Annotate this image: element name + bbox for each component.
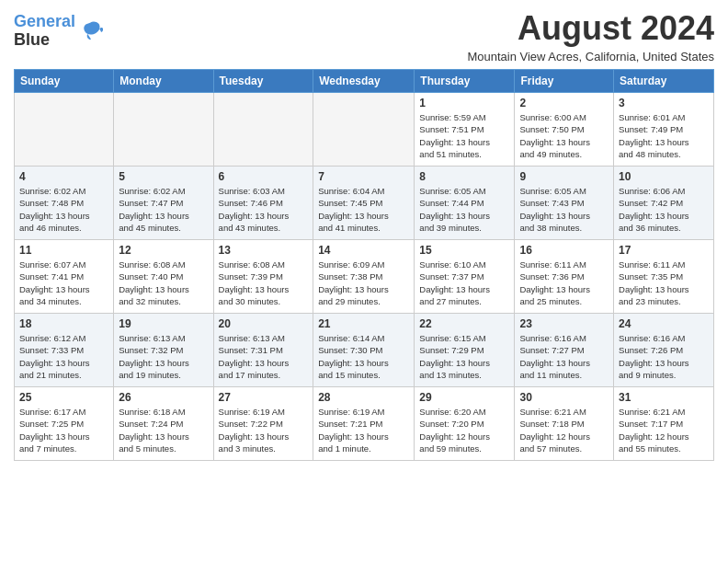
day-info: Sunrise: 6:10 AM Sunset: 7:37 PM Dayligh… <box>419 259 509 307</box>
calendar-cell: 5Sunrise: 6:02 AM Sunset: 7:47 PM Daylig… <box>114 167 213 240</box>
calendar-cell: 8Sunrise: 6:05 AM Sunset: 7:44 PM Daylig… <box>415 167 515 240</box>
calendar-cell: 25Sunrise: 6:17 AM Sunset: 7:25 PM Dayli… <box>15 387 114 461</box>
day-info: Sunrise: 6:03 AM Sunset: 7:46 PM Dayligh… <box>219 185 309 234</box>
calendar-table: SundayMondayTuesdayWednesdayThursdayFrid… <box>14 69 714 461</box>
calendar-cell: 9Sunrise: 6:05 AM Sunset: 7:43 PM Daylig… <box>515 167 614 240</box>
day-info: Sunrise: 6:11 AM Sunset: 7:36 PM Dayligh… <box>519 259 609 307</box>
calendar-cell: 21Sunrise: 6:14 AM Sunset: 7:30 PM Dayli… <box>313 314 415 387</box>
day-info: Sunrise: 6:06 AM Sunset: 7:42 PM Dayligh… <box>619 185 709 234</box>
day-info: Sunrise: 6:13 AM Sunset: 7:31 PM Dayligh… <box>219 332 309 381</box>
weekday-header-tuesday: Tuesday <box>213 70 313 93</box>
day-number: 29 <box>419 391 509 404</box>
calendar-header-row: SundayMondayTuesdayWednesdayThursdayFrid… <box>15 70 714 93</box>
day-number: 10 <box>619 170 709 183</box>
day-number: 9 <box>519 170 609 183</box>
location-subtitle: Mountain View Acres, California, United … <box>467 50 714 63</box>
day-number: 2 <box>519 97 609 109</box>
title-area: August 2024 Mountain View Acres, Califor… <box>467 9 714 63</box>
day-info: Sunrise: 6:07 AM Sunset: 7:41 PM Dayligh… <box>19 259 108 307</box>
calendar-cell: 29Sunrise: 6:20 AM Sunset: 7:20 PM Dayli… <box>415 387 515 461</box>
day-number: 20 <box>219 317 309 330</box>
calendar-cell: 3Sunrise: 6:01 AM Sunset: 7:49 PM Daylig… <box>614 93 714 167</box>
calendar-cell: 31Sunrise: 6:21 AM Sunset: 7:17 PM Dayli… <box>614 387 714 461</box>
calendar-cell: 16Sunrise: 6:11 AM Sunset: 7:36 PM Dayli… <box>515 240 614 314</box>
calendar-cell: 2Sunrise: 6:00 AM Sunset: 7:50 PM Daylig… <box>515 93 614 167</box>
calendar-cell: 22Sunrise: 6:15 AM Sunset: 7:29 PM Dayli… <box>415 314 515 387</box>
day-info: Sunrise: 6:02 AM Sunset: 7:48 PM Dayligh… <box>19 185 108 234</box>
weekday-header-monday: Monday <box>114 70 213 93</box>
day-info: Sunrise: 6:16 AM Sunset: 7:27 PM Dayligh… <box>519 332 609 381</box>
day-info: Sunrise: 6:19 AM Sunset: 7:21 PM Dayligh… <box>318 406 409 454</box>
day-number: 23 <box>519 317 609 330</box>
day-info: Sunrise: 6:20 AM Sunset: 7:20 PM Dayligh… <box>419 406 509 454</box>
weekday-header-sunday: Sunday <box>15 70 114 93</box>
day-number: 19 <box>119 317 208 330</box>
day-info: Sunrise: 6:00 AM Sunset: 7:50 PM Dayligh… <box>519 111 609 160</box>
day-info: Sunrise: 6:17 AM Sunset: 7:25 PM Dayligh… <box>19 406 108 454</box>
day-info: Sunrise: 6:01 AM Sunset: 7:49 PM Dayligh… <box>619 111 709 160</box>
weekday-header-friday: Friday <box>515 70 614 93</box>
page-header: GeneralBlue August 2024 Mountain View Ac… <box>14 9 714 63</box>
day-info: Sunrise: 6:09 AM Sunset: 7:38 PM Dayligh… <box>318 259 409 307</box>
weekday-header-thursday: Thursday <box>415 70 515 93</box>
calendar-cell: 19Sunrise: 6:13 AM Sunset: 7:32 PM Dayli… <box>114 314 213 387</box>
day-number: 18 <box>19 317 108 330</box>
calendar-week-row: 25Sunrise: 6:17 AM Sunset: 7:25 PM Dayli… <box>15 387 714 461</box>
day-number: 24 <box>619 317 709 330</box>
calendar-cell: 15Sunrise: 6:10 AM Sunset: 7:37 PM Dayli… <box>415 240 515 314</box>
calendar-cell: 7Sunrise: 6:04 AM Sunset: 7:45 PM Daylig… <box>313 167 415 240</box>
calendar-cell: 14Sunrise: 6:09 AM Sunset: 7:38 PM Dayli… <box>313 240 415 314</box>
month-title: August 2024 <box>467 9 714 48</box>
calendar-cell: 23Sunrise: 6:16 AM Sunset: 7:27 PM Dayli… <box>515 314 614 387</box>
calendar-cell: 27Sunrise: 6:19 AM Sunset: 7:22 PM Dayli… <box>213 387 313 461</box>
day-info: Sunrise: 6:02 AM Sunset: 7:47 PM Dayligh… <box>119 185 208 234</box>
day-number: 6 <box>219 170 309 183</box>
calendar-cell: 17Sunrise: 6:11 AM Sunset: 7:35 PM Dayli… <box>614 240 714 314</box>
calendar-week-row: 1Sunrise: 5:59 AM Sunset: 7:51 PM Daylig… <box>15 93 714 167</box>
day-number: 12 <box>119 244 208 257</box>
day-number: 1 <box>419 97 509 109</box>
day-info: Sunrise: 6:08 AM Sunset: 7:39 PM Dayligh… <box>219 259 309 307</box>
calendar-cell: 13Sunrise: 6:08 AM Sunset: 7:39 PM Dayli… <box>213 240 313 314</box>
day-info: Sunrise: 6:16 AM Sunset: 7:26 PM Dayligh… <box>619 332 709 381</box>
calendar-cell: 20Sunrise: 6:13 AM Sunset: 7:31 PM Dayli… <box>213 314 313 387</box>
day-info: Sunrise: 6:15 AM Sunset: 7:29 PM Dayligh… <box>419 332 509 381</box>
logo-text: GeneralBlue <box>14 13 75 50</box>
day-number: 25 <box>19 391 108 404</box>
day-number: 30 <box>519 391 609 404</box>
calendar-week-row: 4Sunrise: 6:02 AM Sunset: 7:48 PM Daylig… <box>15 167 714 240</box>
day-number: 27 <box>219 391 309 404</box>
day-number: 8 <box>419 170 509 183</box>
day-number: 13 <box>219 244 309 257</box>
day-info: Sunrise: 5:59 AM Sunset: 7:51 PM Dayligh… <box>419 111 509 160</box>
day-number: 11 <box>19 244 108 257</box>
calendar-week-row: 11Sunrise: 6:07 AM Sunset: 7:41 PM Dayli… <box>15 240 714 314</box>
calendar-week-row: 18Sunrise: 6:12 AM Sunset: 7:33 PM Dayli… <box>15 314 714 387</box>
day-info: Sunrise: 6:11 AM Sunset: 7:35 PM Dayligh… <box>619 259 709 307</box>
calendar-cell <box>15 93 114 167</box>
calendar-cell: 4Sunrise: 6:02 AM Sunset: 7:48 PM Daylig… <box>15 167 114 240</box>
day-info: Sunrise: 6:21 AM Sunset: 7:18 PM Dayligh… <box>519 406 609 454</box>
calendar-cell <box>114 93 213 167</box>
day-number: 5 <box>119 170 208 183</box>
calendar-cell: 26Sunrise: 6:18 AM Sunset: 7:24 PM Dayli… <box>114 387 213 461</box>
day-info: Sunrise: 6:12 AM Sunset: 7:33 PM Dayligh… <box>19 332 108 381</box>
day-number: 16 <box>519 244 609 257</box>
calendar-cell: 18Sunrise: 6:12 AM Sunset: 7:33 PM Dayli… <box>15 314 114 387</box>
day-number: 31 <box>619 391 709 404</box>
day-info: Sunrise: 6:05 AM Sunset: 7:44 PM Dayligh… <box>419 185 509 234</box>
calendar-cell: 10Sunrise: 6:06 AM Sunset: 7:42 PM Dayli… <box>614 167 714 240</box>
day-number: 15 <box>419 244 509 257</box>
calendar-cell <box>313 93 415 167</box>
calendar-cell <box>213 93 313 167</box>
day-info: Sunrise: 6:19 AM Sunset: 7:22 PM Dayligh… <box>219 406 309 454</box>
calendar-cell: 28Sunrise: 6:19 AM Sunset: 7:21 PM Dayli… <box>313 387 415 461</box>
day-info: Sunrise: 6:08 AM Sunset: 7:40 PM Dayligh… <box>119 259 208 307</box>
day-number: 22 <box>419 317 509 330</box>
calendar-cell: 24Sunrise: 6:16 AM Sunset: 7:26 PM Dayli… <box>614 314 714 387</box>
weekday-header-saturday: Saturday <box>614 70 714 93</box>
day-number: 3 <box>619 97 709 109</box>
day-info: Sunrise: 6:18 AM Sunset: 7:24 PM Dayligh… <box>119 406 208 454</box>
logo-bird-icon <box>77 18 103 44</box>
day-number: 21 <box>318 317 409 330</box>
